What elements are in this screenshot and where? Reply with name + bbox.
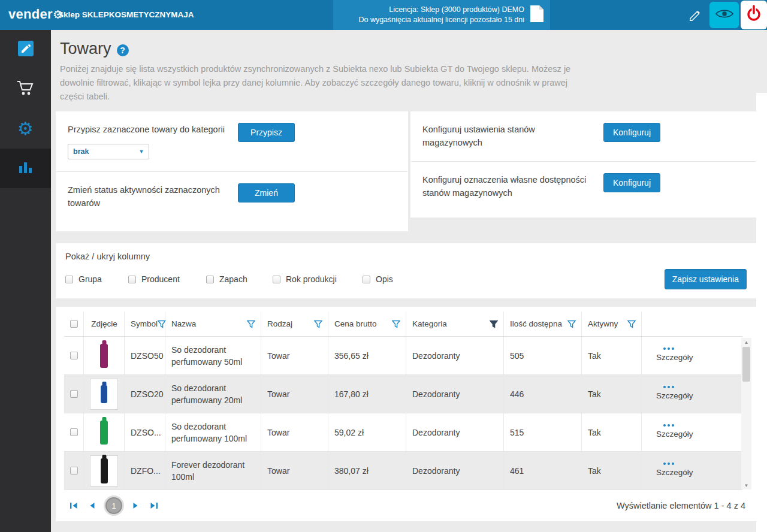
details-link[interactable]: Szczegóły xyxy=(656,352,693,364)
details-link[interactable]: Szczegóły xyxy=(656,390,693,402)
help-icon[interactable]: ? xyxy=(117,44,129,56)
first-page-button[interactable] xyxy=(67,498,81,513)
page-header: Towary ? xyxy=(51,30,767,58)
more-options-icon[interactable] xyxy=(663,424,674,427)
select-all-checkbox[interactable] xyxy=(70,320,78,328)
header-type: Rodzaj xyxy=(261,312,328,336)
product-image xyxy=(90,455,118,486)
filter-icon-price[interactable] xyxy=(392,320,400,328)
scrollbar-thumb[interactable] xyxy=(742,347,750,382)
row-checkbox[interactable] xyxy=(70,428,78,436)
price-cell: 380,07 zł xyxy=(328,452,406,489)
details-cell: Szczegóły xyxy=(641,337,742,374)
configure-availability-button[interactable]: Konfiguruj xyxy=(603,173,660,192)
row-select-cell xyxy=(64,337,83,374)
document-icon[interactable] xyxy=(530,5,544,25)
filter-icon-name[interactable] xyxy=(247,320,255,328)
filter-icon-category-active[interactable] xyxy=(490,320,498,328)
license-banner: Licencja: Sklep (3000 produktów) DEMO Do… xyxy=(333,0,550,30)
last-page-button[interactable] xyxy=(147,498,161,513)
column-option-producent[interactable]: Producent xyxy=(128,274,206,284)
table-scrollbar[interactable]: ▲ ▼ xyxy=(741,338,751,489)
gear-icon: ⚙ xyxy=(17,120,34,138)
name-cell: So dezodorant perfumowany 50ml xyxy=(165,337,261,374)
category-dropdown[interactable]: brak ▼ xyxy=(68,144,149,159)
power-icon xyxy=(746,4,762,26)
product-image xyxy=(90,416,118,449)
active-cell: Tak xyxy=(581,452,641,489)
row-checkbox[interactable] xyxy=(70,467,78,474)
category-dropdown-value: brak xyxy=(68,147,134,156)
logout-button[interactable] xyxy=(741,1,767,29)
scroll-up-icon[interactable]: ▲ xyxy=(741,338,751,346)
main-content: Towary ? Poniżej znajduje się lista wszy… xyxy=(51,30,767,521)
scroll-down-icon[interactable]: ▼ xyxy=(741,481,751,489)
product-image xyxy=(90,379,118,410)
product-image xyxy=(90,340,118,372)
more-options-icon[interactable] xyxy=(663,386,674,388)
next-page-button[interactable] xyxy=(128,498,143,513)
checkbox-producent[interactable] xyxy=(128,276,136,283)
column-option-zapach[interactable]: Zapach xyxy=(206,274,273,284)
header-symbol: Symbol xyxy=(124,312,165,336)
configure-stock-button[interactable]: Konfiguruj xyxy=(603,123,660,142)
category-cell: Dezodoranty xyxy=(406,337,503,374)
sidebar-item-orders[interactable] xyxy=(0,69,51,109)
row-checkbox[interactable] xyxy=(70,352,78,359)
column-option-opis[interactable]: Opis xyxy=(363,274,416,284)
category-cell: Dezodoranty xyxy=(406,452,503,489)
product-image-cell xyxy=(83,413,124,451)
column-option-label: Producent xyxy=(141,274,180,284)
row-select-cell xyxy=(64,375,83,413)
category-cell: Dezodoranty xyxy=(406,375,503,413)
change-status-label: Zmień status aktywności zaznaczonych tow… xyxy=(68,183,226,210)
preview-shop-button[interactable] xyxy=(709,2,739,28)
table-row: DZFO... Forever dezodorant 100ml Towar 3… xyxy=(64,452,742,490)
scrollbar-track[interactable] xyxy=(741,382,751,481)
shop-name: Sklep SKLEPKOSMETYCZNYMAJA xyxy=(58,10,194,19)
current-page-badge[interactable]: 1 xyxy=(105,497,122,514)
change-status-button[interactable]: Zmień xyxy=(238,183,295,202)
table-row: DZSO... So dezodorant perfumowany 100ml … xyxy=(64,413,742,452)
checkbox-zapach[interactable] xyxy=(206,276,214,283)
filter-icon-quantity[interactable] xyxy=(567,320,576,328)
edit-page-icon xyxy=(17,40,34,59)
columns-options-row: Grupa Producent Zapach Rok produkcji Opi… xyxy=(65,269,747,289)
assign-button[interactable]: Przypisz xyxy=(238,123,295,142)
assign-category-label: Przypisz zaznaczone towary do kategorii xyxy=(68,123,226,136)
page-scrollbar-track[interactable] xyxy=(756,93,767,532)
page-title: Towary xyxy=(60,40,111,58)
bottle-graphic xyxy=(101,385,107,403)
name-cell: So dezodorant perfumowany 20ml xyxy=(165,375,261,413)
sidebar-item-settings[interactable]: ⚙ xyxy=(0,109,51,149)
quantity-cell: 505 xyxy=(503,337,581,374)
checkbox-opis[interactable] xyxy=(363,276,370,283)
column-option-grupa[interactable]: Grupa xyxy=(65,274,128,284)
name-cell: So dezodorant perfumowany 100ml xyxy=(165,413,261,451)
header-price: Cena brutto xyxy=(328,312,406,336)
configure-panel: Konfiguruj ustawienia stanów magazynowyc… xyxy=(410,111,756,217)
price-cell: 356,65 zł xyxy=(328,337,406,374)
previous-page-button[interactable] xyxy=(85,498,99,513)
more-options-icon[interactable] xyxy=(663,463,674,465)
row-checkbox[interactable] xyxy=(70,390,78,398)
details-link[interactable]: Szczegóły xyxy=(656,428,693,440)
filter-icon-active[interactable] xyxy=(627,320,636,328)
save-settings-button[interactable]: Zapisz ustawienia xyxy=(665,269,747,289)
details-link[interactable]: Szczegóły xyxy=(656,467,693,479)
header-photo: Zdjęcie xyxy=(83,312,124,336)
sidebar-item-products[interactable] xyxy=(0,149,51,188)
header-label: Nazwa xyxy=(171,319,196,328)
checkbox-rok-produkcji[interactable] xyxy=(273,276,280,283)
filter-icon-type[interactable] xyxy=(314,320,322,328)
header-active: Aktywny xyxy=(581,312,641,336)
edit-shop-icon[interactable] xyxy=(687,7,703,24)
more-options-icon[interactable] xyxy=(663,347,674,350)
sidebar-item-edit[interactable] xyxy=(0,30,51,69)
columns-visibility-panel: Pokaż / ukryj kolumny Grupa Producent Za… xyxy=(56,243,756,298)
column-option-rok-produkcji[interactable]: Rok produkcji xyxy=(273,274,363,284)
bottle-graphic xyxy=(100,344,108,368)
category-cell: Dezodoranty xyxy=(406,413,503,451)
eye-icon xyxy=(715,8,733,22)
checkbox-grupa[interactable] xyxy=(65,276,73,283)
